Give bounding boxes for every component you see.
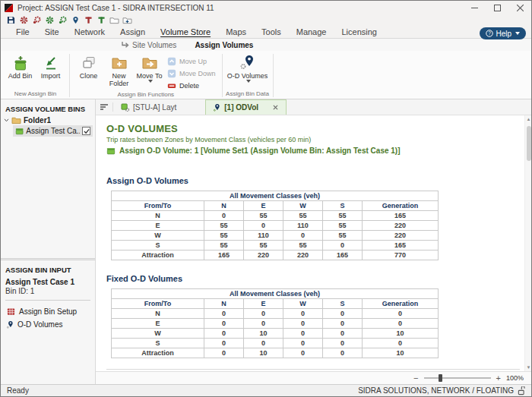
save-button[interactable]: [6, 15, 16, 25]
cell: 0: [363, 319, 439, 329]
volume-line-label: Assign O-D Volume: 1 [Volume Set1 (Assig…: [119, 147, 401, 155]
folder-icon: [11, 116, 21, 124]
ribbon-separator: [222, 54, 223, 97]
cell: 55: [283, 211, 323, 221]
network-tree-button[interactable]: [97, 15, 106, 25]
zoom-slider-thumb[interactable]: [439, 374, 442, 382]
unlocked-icon: [518, 386, 525, 395]
tab-odvol-active[interactable]: [1] ODVol: [205, 99, 287, 115]
report-volume-line: Assign O-D Volume: 1 [Volume Set1 (Assig…: [106, 147, 524, 155]
row-label: N: [112, 309, 204, 319]
cell: 0: [323, 348, 363, 358]
table-row: S00000: [112, 339, 439, 348]
tree-item-assign-test-case[interactable]: Assign Test Ca...: [13, 125, 93, 137]
delete-button[interactable]: Delete: [165, 80, 218, 91]
divider: [5, 300, 90, 301]
green-gear-icon: [46, 16, 54, 24]
menu-maps[interactable]: Maps: [218, 27, 254, 36]
move-down-button[interactable]: Move Down: [165, 68, 218, 79]
close-icon: [273, 105, 278, 110]
cell: 0: [283, 348, 323, 358]
cell: 55: [283, 241, 323, 250]
tab-label: [STU-A] Layt: [133, 103, 176, 112]
clone-button[interactable]: Clone: [74, 53, 103, 80]
document-tab-bar: [STU-A] Layt [1] ODVol: [96, 99, 531, 115]
cell: 10: [244, 329, 283, 339]
tree-item-folder1[interactable]: Folder1: [1, 115, 95, 125]
site-settings-button[interactable]: [19, 15, 29, 25]
site-clone-button[interactable]: [32, 15, 42, 25]
move-up-button[interactable]: Move Up: [165, 55, 218, 67]
tab-list-button[interactable]: [96, 99, 112, 115]
menu-file[interactable]: File: [8, 27, 37, 36]
zoom-in-button[interactable]: +: [496, 374, 501, 383]
od-volumes-report: O-D VOLUMES Trip rates between Zones by …: [96, 115, 524, 371]
maximize-button[interactable]: [486, 1, 508, 14]
od-volumes-label: O-D Volumes: [226, 72, 269, 83]
cell: 0: [244, 221, 283, 231]
row-label: Attraction: [112, 250, 204, 260]
tab-site-volumes[interactable]: Site Volumes: [113, 41, 184, 49]
import-icon: [43, 55, 59, 71]
save-icon: [7, 16, 15, 24]
import-label: Import: [41, 72, 61, 80]
scrollbar-thumb[interactable]: [527, 126, 531, 161]
zoom-slider[interactable]: [424, 377, 491, 379]
license-status: SIDRA SOLUTIONS, NETWORK / FLOATING: [358, 386, 525, 395]
table-row: S5555550165: [112, 241, 439, 250]
section-heading: Fixed O-D Volumes: [106, 274, 524, 283]
zoom-out-button[interactable]: −: [413, 374, 418, 383]
network-clone-button[interactable]: [58, 15, 68, 25]
menu-manage[interactable]: Manage: [289, 27, 334, 36]
ribbon: Add Bin Import New Assign Bin: [1, 51, 531, 99]
od-volume-button[interactable]: [71, 15, 81, 25]
sidebar-item-od-volumes[interactable]: O-D Volumes: [1, 318, 95, 331]
tab-close-button[interactable]: [273, 105, 278, 110]
table-group-header: All Movement Classes (veh): [112, 191, 439, 201]
column-header: N: [204, 201, 244, 211]
network-settings-button[interactable]: [45, 15, 55, 25]
row-label: E: [112, 319, 204, 329]
cell: 0: [204, 211, 244, 221]
move-to-button[interactable]: Move To: [135, 53, 164, 83]
document-column: [STU-A] Layt [1] ODVol O-D VOLUMES Trip …: [96, 99, 531, 384]
recent-files-button[interactable]: [122, 15, 132, 25]
folder-new-icon: [122, 16, 132, 24]
scroll-down-icon[interactable]: ▼: [526, 365, 531, 370]
menu-tools[interactable]: Tools: [254, 27, 289, 36]
document-viewport: O-D VOLUMES Trip rates between Zones by …: [96, 115, 531, 371]
sidebar-item-assign-bin-setup[interactable]: Assign Bin Setup: [1, 305, 95, 318]
cell: 55: [323, 231, 363, 241]
import-button[interactable]: Import: [36, 53, 65, 80]
bin-checkbox-checked[interactable]: [82, 127, 90, 135]
site-tree-button[interactable]: [84, 15, 93, 25]
add-bin-button[interactable]: Add Bin: [5, 53, 35, 80]
cell: 0: [204, 339, 244, 348]
add-bin-icon: [13, 55, 28, 71]
row-label: N: [112, 211, 204, 221]
chevron-expanded-icon: [4, 118, 9, 122]
od-volumes-button[interactable]: O-D Volumes: [226, 53, 269, 83]
close-button[interactable]: [508, 1, 531, 14]
open-folder-button[interactable]: [109, 15, 119, 25]
cell: 165: [323, 250, 363, 260]
cell: 55: [204, 231, 244, 241]
help-button[interactable]: ? Help: [480, 27, 526, 39]
menu-site[interactable]: Site: [37, 27, 67, 36]
scroll-up-icon[interactable]: ▲: [526, 117, 531, 121]
new-folder-button[interactable]: New Folder: [104, 53, 134, 87]
menu-network[interactable]: Network: [67, 27, 112, 36]
cell: 10: [363, 329, 439, 339]
menu-assign[interactable]: Assign: [112, 27, 153, 36]
menu-bar: File Site Network Assign Volume Store Ma…: [1, 26, 531, 39]
elbow-arrow-icon: [121, 41, 129, 49]
tab-stu-a-layout[interactable]: [STU-A] Layt: [113, 99, 184, 115]
menu-volume-store[interactable]: Volume Store: [153, 27, 218, 36]
menu-licensing[interactable]: Licensing: [334, 27, 384, 36]
table-group-header: All Movement Classes (veh): [112, 289, 439, 299]
sidebar: ASSIGN VOLUME BINS Folder1 Assign Test C…: [1, 99, 96, 384]
minimize-button[interactable]: [463, 1, 486, 14]
vertical-scrollbar[interactable]: ▲ ▼: [524, 115, 531, 371]
tab-assign-volumes[interactable]: Assign Volumes: [187, 41, 261, 49]
cell: 220: [363, 221, 439, 231]
